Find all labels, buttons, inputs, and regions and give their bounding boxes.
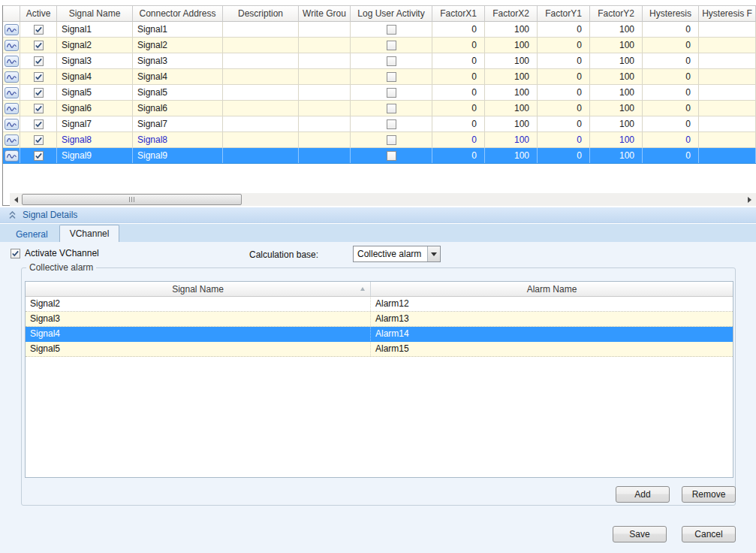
- column-header-log-user-activity[interactable]: Log User Activity: [351, 5, 432, 22]
- remove-button[interactable]: Remove: [682, 486, 736, 503]
- signals-grid-body: Signal1Signal1010001000Signal2Signal2010…: [3, 22, 756, 164]
- scroll-left-button[interactable]: [10, 193, 23, 206]
- active-checkbox[interactable]: [34, 72, 44, 82]
- grid-row-signal1[interactable]: Signal1Signal1010001000: [3, 22, 756, 38]
- log-user-activity-checkbox[interactable]: [387, 88, 396, 98]
- grid-row-signal2[interactable]: Signal2Signal2010001000: [3, 38, 756, 53]
- tab-vchannel[interactable]: VChannel: [59, 225, 120, 242]
- signal-waveform-icon[interactable]: [5, 134, 19, 146]
- row-selector-cell: [3, 38, 20, 53]
- calculation-base-select[interactable]: Collective alarm: [353, 246, 441, 262]
- grid-row-signal9[interactable]: Signal9Signal9010001000: [3, 148, 756, 164]
- alarm-row-signal2[interactable]: Signal2Alarm12: [26, 297, 733, 312]
- active-checkbox[interactable]: [34, 41, 44, 50]
- alarm-row-signal3[interactable]: Signal3Alarm13: [26, 312, 733, 327]
- vchannel-tab-content: Activate VChannel Calculation base: Coll…: [0, 242, 756, 553]
- grid-row-signal5[interactable]: Signal5Signal5010001000: [3, 85, 756, 101]
- column-header-active[interactable]: Active: [20, 5, 57, 22]
- checkmark-icon: [35, 120, 43, 128]
- hysteresis-cell: 0: [643, 148, 699, 163]
- column-header-description[interactable]: Description: [223, 5, 299, 22]
- signal-waveform-glyph: [6, 73, 17, 81]
- column-header-connector-address[interactable]: Connector Address: [133, 5, 223, 22]
- log-user-activity-checkbox[interactable]: [387, 104, 396, 113]
- description-cell: [223, 148, 299, 163]
- signal-name-cell: Signal4: [57, 69, 133, 84]
- save-button[interactable]: Save: [613, 526, 667, 542]
- grid-row-signal3[interactable]: Signal3Signal3010001000: [3, 53, 756, 69]
- log-user-activity-cell: [351, 85, 432, 100]
- checkmark-icon: [35, 26, 43, 34]
- hysteresis-factor-cell: [699, 38, 756, 53]
- column-header-factor-x1[interactable]: FactorX1: [432, 5, 485, 22]
- column-header-hysteresis-factor[interactable]: Hysteresis F: [699, 5, 756, 22]
- hysteresis-factor-cell: [699, 22, 756, 37]
- log-user-activity-checkbox[interactable]: [387, 56, 396, 66]
- horizontal-scrollbar[interactable]: [10, 193, 756, 206]
- column-header-hysteresis[interactable]: Hysteresis: [643, 5, 699, 22]
- log-user-activity-checkbox[interactable]: [387, 72, 396, 82]
- collapse-double-chevron-up-icon[interactable]: [9, 211, 16, 219]
- signal-waveform-icon[interactable]: [5, 71, 19, 83]
- factor-y1-cell: 0: [538, 132, 590, 147]
- tab-general[interactable]: General: [6, 227, 58, 242]
- collective-alarm-table-header: Signal Name Alarm Name: [26, 282, 733, 297]
- column-header-factor-y2[interactable]: FactorY2: [590, 5, 643, 22]
- factor-y1-cell: 0: [538, 38, 590, 53]
- write-group-cell: [299, 85, 351, 100]
- signal-details-header[interactable]: Signal Details: [0, 207, 756, 223]
- alarm-row-signal4[interactable]: Signal4Alarm14: [26, 327, 733, 342]
- connector-address-cell: Signal3: [133, 53, 223, 68]
- signal-waveform-icon[interactable]: [5, 24, 19, 35]
- column-header-write-group[interactable]: Write Grou: [299, 5, 351, 22]
- alarm-signal-name-cell: Signal2: [26, 297, 371, 311]
- active-checkbox[interactable]: [34, 135, 44, 145]
- active-checkbox[interactable]: [34, 25, 44, 35]
- active-checkbox[interactable]: [34, 88, 44, 98]
- factor-y1-cell: 0: [538, 22, 590, 37]
- signal-waveform-icon[interactable]: [5, 103, 19, 114]
- signal-waveform-icon[interactable]: [5, 56, 19, 67]
- active-cell: [20, 101, 57, 116]
- active-checkbox[interactable]: [34, 56, 44, 66]
- dropdown-button[interactable]: [427, 246, 440, 261]
- signal-waveform-icon[interactable]: [5, 87, 19, 98]
- grid-row-signal6[interactable]: Signal6Signal6010001000: [3, 101, 756, 116]
- row-selector-cell: [3, 85, 20, 100]
- signal-waveform-icon[interactable]: [5, 40, 19, 51]
- log-user-activity-checkbox[interactable]: [387, 41, 396, 50]
- log-user-activity-checkbox[interactable]: [387, 119, 396, 129]
- column-header-alarm-name[interactable]: Alarm Name: [371, 282, 733, 297]
- column-header-factor-x2[interactable]: FactorX2: [485, 5, 538, 22]
- add-button[interactable]: Add: [616, 486, 670, 503]
- log-user-activity-checkbox[interactable]: [387, 135, 396, 145]
- description-cell: [223, 38, 299, 53]
- hysteresis-cell: 0: [643, 22, 699, 37]
- active-checkbox[interactable]: [34, 104, 44, 113]
- factor-x1-cell: 0: [432, 132, 485, 147]
- row-selector-cell: [3, 132, 20, 147]
- alarm-row-signal5[interactable]: Signal5Alarm15: [26, 342, 733, 357]
- scrollbar-thumb[interactable]: [22, 194, 242, 205]
- factor-x2-cell: 100: [485, 38, 538, 53]
- signal-waveform-icon[interactable]: [5, 119, 19, 130]
- grid-row-signal4[interactable]: Signal4Signal4010001000: [3, 69, 756, 85]
- signal-name-cell: Signal7: [57, 116, 133, 131]
- column-header-factor-y1[interactable]: FactorY1: [538, 5, 590, 22]
- active-checkbox[interactable]: [34, 151, 44, 161]
- log-user-activity-checkbox[interactable]: [387, 25, 396, 35]
- column-header-signal-name[interactable]: Signal Name: [26, 282, 371, 297]
- grid-row-signal7[interactable]: Signal7Signal7010001000: [3, 116, 756, 132]
- column-header-signal-name[interactable]: Signal Name: [57, 5, 133, 22]
- signal-waveform-icon[interactable]: [5, 150, 19, 162]
- factor-x1-cell: 0: [432, 101, 485, 116]
- hysteresis-cell: 0: [643, 101, 699, 116]
- connector-address-cell: Signal6: [133, 101, 223, 116]
- factor-x1-cell: 0: [432, 22, 485, 37]
- cancel-button[interactable]: Cancel: [682, 526, 736, 542]
- grid-row-signal8[interactable]: Signal8Signal8010001000: [3, 132, 756, 148]
- activate-vchannel-checkbox[interactable]: [11, 249, 20, 258]
- active-checkbox[interactable]: [34, 119, 44, 129]
- log-user-activity-checkbox[interactable]: [387, 151, 396, 161]
- scroll-right-button[interactable]: [743, 193, 756, 206]
